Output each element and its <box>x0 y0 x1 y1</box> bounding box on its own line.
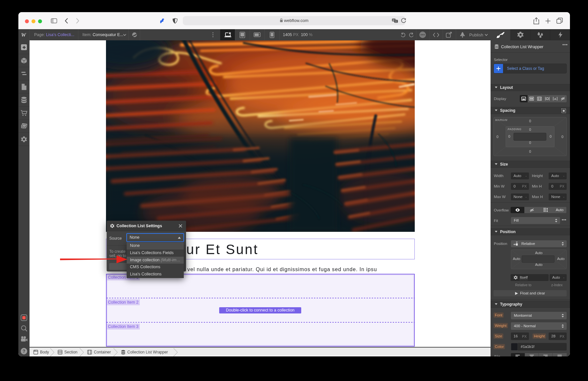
svg-text:文: 文 <box>395 20 397 23</box>
svg-text:A: A <box>554 97 556 101</box>
